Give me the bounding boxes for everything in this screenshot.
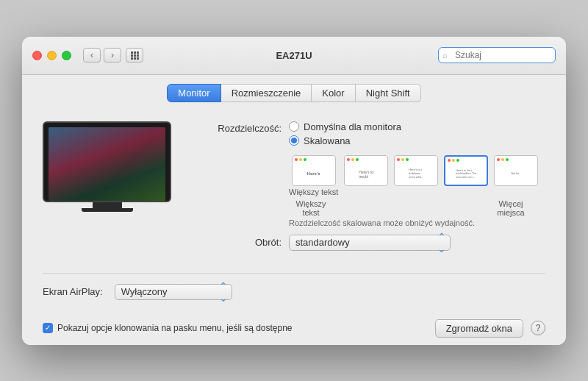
scale-thumb-1[interactable]: Here's <box>292 155 336 186</box>
back-button[interactable]: ‹ <box>83 48 101 63</box>
scale-option-1[interactable]: Here's Większy tekst <box>289 155 338 196</box>
traffic-lights <box>32 51 71 60</box>
settings-area: Rozdzielczość: Domyślna dla monitora Ska… <box>186 121 545 258</box>
airplay-select-wrap: Wyłączony Włączony ⌃⌄ <box>115 284 232 300</box>
nav-buttons: ‹ › <box>83 48 121 63</box>
scale-thumb-traffic-4 <box>448 159 459 162</box>
checkmark-icon: ✓ <box>45 324 51 332</box>
main-window: ‹ › EA271U ⌕ Monitor Rozmieszczenie Kolo… <box>22 37 566 345</box>
scale-label-empty-3 <box>389 199 433 217</box>
scale-option-4[interactable]: Here's to the ctroublmakers. Theones who… <box>444 155 488 196</box>
radio-default-label: Domyślna dla monitora <box>304 121 401 132</box>
search-box: ⌕ <box>438 47 556 63</box>
rotation-row: Obrót: standardowy 90° 180° 270° ⌃⌄ <box>186 235 545 251</box>
scale-thumb-content-5: And the... <box>510 164 523 177</box>
scale-label-bigger: Większy tekst <box>289 199 333 217</box>
dot-red-3 <box>397 158 400 161</box>
content-area: Rozdzielczość: Domyślna dla monitora Ska… <box>22 110 566 312</box>
resolution-options: Domyślna dla monitora Skalowana <box>289 121 401 146</box>
scale-thumb-content-3: Here's to ttroblemaones who... <box>407 160 425 180</box>
scale-thumb-traffic-1 <box>295 158 306 161</box>
minimize-button[interactable] <box>47 51 57 60</box>
footer-bar: ✓ Pokazuj opcje klonowania na pasku menu… <box>22 312 566 345</box>
scale-option-5[interactable]: And the... <box>494 155 538 196</box>
tab-monitor[interactable]: Monitor <box>167 84 220 102</box>
scale-thumb-2[interactable]: Here's totroubl <box>344 155 388 186</box>
dot-green-3 <box>406 158 409 161</box>
dot-yellow-5 <box>501 158 504 161</box>
checkbox-row: ✓ Pokazuj opcje klonowania na pasku menu… <box>43 323 428 333</box>
dot-yellow-4 <box>452 159 455 162</box>
scale-thumb-content-1: Here's <box>306 163 322 178</box>
titlebar: ‹ › EA271U ⌕ <box>22 37 566 75</box>
radio-scaled-inner <box>291 138 297 143</box>
tab-color[interactable]: Kolor <box>312 84 355 102</box>
dot-yellow-2 <box>351 158 354 161</box>
dot-red-4 <box>448 159 451 162</box>
help-button[interactable]: ? <box>531 321 545 335</box>
rotation-select[interactable]: standardowy 90° 180° 270° <box>289 235 451 251</box>
dot-yellow-1 <box>299 158 302 161</box>
monitor-stand-bottom <box>82 208 133 212</box>
monitor-outer <box>43 121 171 202</box>
bottom-bar: Ekran AirPlay: Wyłączony Włączony ⌃⌄ <box>43 273 545 300</box>
scale-thumb-content-4: Here's to the ctroublmakers. Theones who… <box>454 160 478 180</box>
scale-option-2[interactable]: Here's totroubl <box>344 155 388 196</box>
dot-green-4 <box>456 159 459 162</box>
tabs-bar: Monitor Rozmieszczenie Kolor Night Shift <box>22 75 566 110</box>
monitor-screen-wallpaper <box>49 127 165 201</box>
radio-scaled[interactable]: Skalowana <box>289 135 401 146</box>
scale-thumb-4[interactable]: Here's to the ctroublmakers. Theones who… <box>444 155 488 186</box>
search-input[interactable] <box>438 47 556 63</box>
tab-nightshift[interactable]: Night Shift <box>356 84 421 102</box>
radio-default-circle[interactable] <box>289 121 299 132</box>
scale-note: Rozdzielczość skalowana może obniżyć wyd… <box>289 218 545 227</box>
window-title: EA271U <box>276 50 312 61</box>
radio-default[interactable]: Domyślna dla monitora <box>289 121 401 132</box>
radio-scaled-circle[interactable] <box>289 135 299 146</box>
monitor-stand-top <box>93 202 122 208</box>
dot-green-1 <box>304 158 306 161</box>
close-button[interactable] <box>32 51 42 60</box>
grid-icon <box>131 51 139 60</box>
rotation-label: Obrót: <box>186 237 282 248</box>
scale-option-3[interactable]: Here's to ttroblemaones who... <box>394 155 438 196</box>
dot-green-2 <box>356 158 359 161</box>
scale-label-more-space: Więcej miejsca <box>489 199 533 217</box>
gather-windows-button[interactable]: Zgromadź okna <box>435 319 523 338</box>
clone-checkbox-label: Pokazuj opcje klonowania na pasku menu, … <box>57 323 293 333</box>
scale-labels-row: Większy tekst Więcej miejsca <box>289 199 545 217</box>
scale-thumb-traffic-2 <box>347 158 359 161</box>
maximize-button[interactable] <box>62 51 71 60</box>
scale-options: Here's Większy tekst Here's totrou <box>289 155 545 196</box>
scale-thumb-3[interactable]: Here's to ttroblemaones who... <box>394 155 438 186</box>
main-area: Rozdzielczość: Domyślna dla monitora Ska… <box>43 121 545 258</box>
dot-red-5 <box>497 158 500 161</box>
radio-scaled-label: Skalowana <box>304 135 351 146</box>
scale-thumb-traffic-5 <box>497 158 509 161</box>
scale-thumb-5[interactable]: And the... <box>494 155 538 186</box>
clone-checkbox[interactable]: ✓ <box>43 323 53 333</box>
rotation-select-wrap: standardowy 90° 180° 270° ⌃⌄ <box>289 235 451 251</box>
resolution-label: Rozdzielczość: <box>186 121 282 134</box>
scale-label-empty-2 <box>339 199 383 217</box>
search-icon: ⌕ <box>442 51 448 60</box>
monitor-preview <box>43 121 171 212</box>
dot-green-5 <box>506 158 509 161</box>
grid-button[interactable] <box>126 48 143 63</box>
airplay-select[interactable]: Wyłączony Włączony <box>115 284 232 300</box>
monitor-screen <box>49 127 165 201</box>
dot-yellow-3 <box>401 158 404 161</box>
tab-arrangement[interactable]: Rozmieszczenie <box>221 84 312 102</box>
dot-red-1 <box>295 158 298 161</box>
forward-button[interactable]: › <box>104 48 121 63</box>
scale-label-1: Większy tekst <box>289 188 338 196</box>
scale-label-empty-4 <box>439 199 483 217</box>
resolution-row: Rozdzielczość: Domyślna dla monitora Ska… <box>186 121 545 146</box>
airplay-label: Ekran AirPlay: <box>43 286 103 297</box>
scale-thumb-content-2: Here's totroubl <box>357 161 375 180</box>
dot-red-2 <box>347 158 350 161</box>
scale-thumb-traffic-3 <box>397 158 409 161</box>
